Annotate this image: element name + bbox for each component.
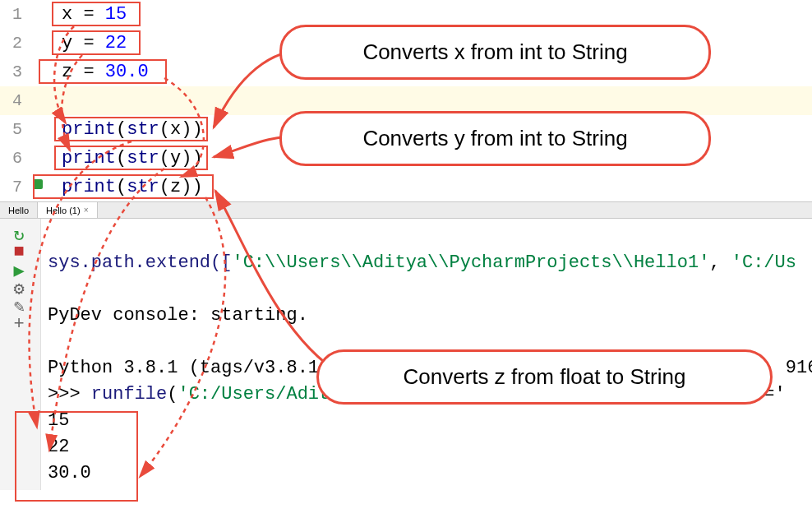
line-number: 7	[0, 178, 29, 197]
line-number: 3	[0, 62, 29, 81]
callout-convert-x: Converts x from int to String	[279, 25, 711, 80]
console-tab-hello-1[interactable]: Hello (1) ×	[38, 202, 97, 218]
callout-convert-z: Converts z from float to String	[316, 349, 773, 405]
tab-label: Hello (1)	[46, 206, 81, 215]
callout-convert-y: Converts y from int to String	[279, 111, 711, 166]
console-text: 'C:\\Users\\Aditya\\PycharmProjects\\Hel…	[232, 252, 709, 273]
play-icon[interactable]: ▶	[14, 260, 27, 273]
line-number: 2	[0, 34, 29, 53]
console-text: Python 3.8.1 (tags/v3.8.1:	[48, 358, 330, 378]
code-content: print(str(x))	[29, 119, 203, 140]
code-line[interactable]: 7print(str(z))	[0, 173, 812, 201]
callout-text: Converts x from int to String	[362, 39, 627, 64]
code-content: print(str(y))	[29, 148, 203, 169]
close-icon[interactable]: ×	[84, 206, 89, 215]
callout-text: Converts z from float to String	[404, 364, 686, 389]
line-number: 6	[0, 149, 29, 168]
stop-icon[interactable]: ■	[14, 242, 27, 255]
console-text: 'C:/Us	[731, 252, 796, 273]
console-tab-hello[interactable]: Hello	[0, 202, 38, 218]
run-indicator	[33, 179, 43, 189]
callout-text: Converts y from int to String	[362, 126, 627, 150]
code-content: z = 30.0	[29, 62, 149, 82]
line-number: 5	[0, 120, 29, 139]
gear-icon[interactable]: ⚙	[14, 278, 27, 291]
console-text: sys.path.extend([	[48, 252, 232, 273]
console-text: 916	[786, 358, 812, 378]
console-toolbar: ↻ ■ ▶ ⚙ ✎ +	[0, 219, 41, 490]
console-text: ,	[709, 252, 731, 273]
console-text: 'C:/Users/Adit	[178, 384, 330, 405]
code-content: x = 15	[29, 4, 127, 25]
console-prompt: >>>	[48, 384, 91, 405]
console-text: runfile	[91, 384, 167, 405]
tab-label: Hello	[8, 206, 29, 215]
wrench-icon[interactable]: ✎	[14, 296, 27, 309]
code-content: print(str(z))	[29, 177, 203, 197]
console-tabs: Hello Hello (1) ×	[0, 202, 812, 219]
console-text: PyDev console: starting.	[48, 305, 308, 326]
rerun-icon[interactable]: ↻	[14, 224, 27, 237]
line-number: 1	[0, 5, 29, 24]
code-content: y = 22	[29, 33, 127, 53]
add-icon[interactable]: +	[14, 314, 27, 327]
console-output-line: 22	[48, 437, 69, 457]
console-output-line: 15	[48, 410, 69, 431]
console-output-line: 30.0	[48, 463, 91, 483]
line-number: 4	[0, 91, 29, 110]
